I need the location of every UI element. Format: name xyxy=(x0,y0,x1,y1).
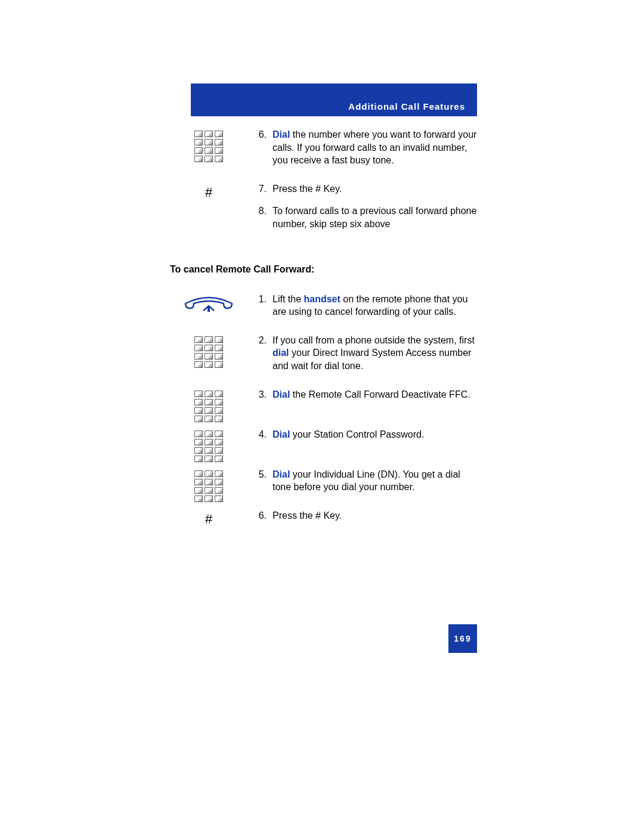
header-title: Additional Call Features xyxy=(348,101,465,112)
step-number: 5. xyxy=(247,468,273,494)
step-body: Press the # Key. xyxy=(273,182,477,196)
pound-icon: # xyxy=(191,512,227,527)
step-body: Press the # Key. xyxy=(273,509,477,522)
step-number: 3. xyxy=(247,388,273,401)
section-title: To cancel Remote Call Forward: xyxy=(170,264,477,275)
keypad-icon xyxy=(194,336,223,368)
cancel-step-row-6: # 6. Press the # Key. xyxy=(170,509,477,532)
step-number: 6. xyxy=(247,128,273,167)
keypad-icon xyxy=(194,431,223,462)
step-number: 4. xyxy=(247,428,273,441)
step-row-6: 6. Dial the number where you want to for… xyxy=(170,128,477,176)
cancel-step-row-2: 2. If you call from a phone outside the … xyxy=(170,334,477,382)
step-number: 7. xyxy=(247,182,273,196)
step-body: To forward calls to a previous call forw… xyxy=(273,205,477,230)
document-page: Additional Call Features 6. Dial the num… xyxy=(0,0,644,833)
handset-icon xyxy=(182,295,236,314)
step-number: 6. xyxy=(247,509,273,522)
cancel-step-row-4: 4. Dial your Station Control Password. xyxy=(170,428,477,462)
step-body: If you call from a phone outside the sys… xyxy=(273,334,477,373)
step-body: Dial the Remote Call Forward Deactivate … xyxy=(273,388,477,401)
step-number: 1. xyxy=(247,293,273,318)
step-body: Dial the number where you want to forwar… xyxy=(273,128,477,167)
step-number: 8. xyxy=(247,205,273,230)
keypad-icon xyxy=(194,391,223,422)
svg-rect-0 xyxy=(208,307,210,312)
keypad-icon xyxy=(194,470,223,502)
step-body: Dial your Individual Line (DN). You get … xyxy=(273,468,477,494)
page-content: 6. Dial the number where you want to for… xyxy=(170,128,477,537)
page-number: 169 xyxy=(448,624,477,653)
header-bar: Additional Call Features xyxy=(191,83,477,116)
keypad-icon xyxy=(194,131,223,162)
pound-icon: # xyxy=(191,185,227,200)
step-body: Dial your Station Control Password. xyxy=(273,428,477,441)
step-row-7-8: # 7. Press the # Key. 8. To forward call… xyxy=(170,182,477,240)
step-body: Lift the handset on the remote phone tha… xyxy=(273,293,477,318)
cancel-step-row-5: 5. Dial your Individual Line (DN). You g… xyxy=(170,468,477,503)
step-number: 2. xyxy=(247,334,273,373)
cancel-step-row-1: 1. Lift the handset on the remote phone … xyxy=(170,293,477,328)
cancel-step-row-3: 3. Dial the Remote Call Forward Deactiva… xyxy=(170,388,477,422)
